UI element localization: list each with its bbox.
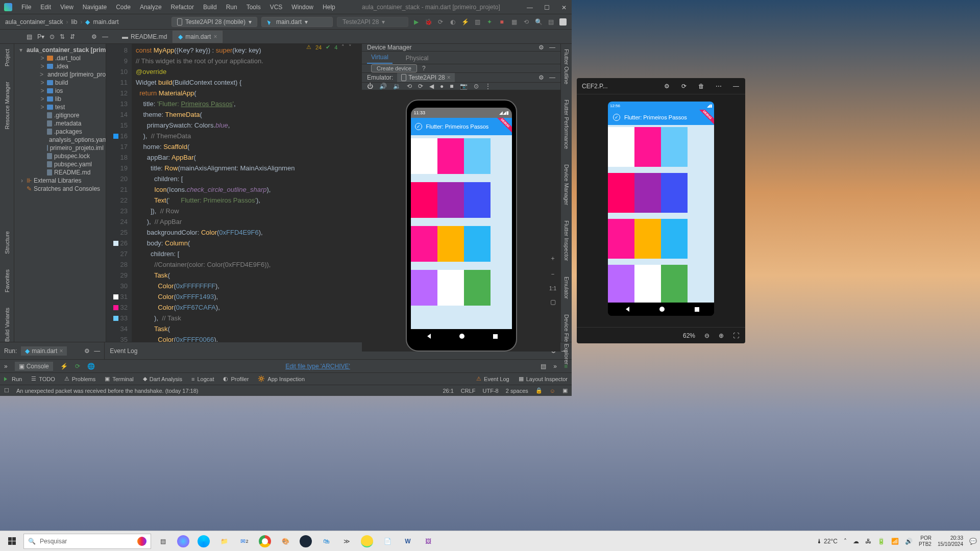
nav-overview-icon[interactable]	[493, 334, 498, 339]
help-icon[interactable]: ?	[422, 65, 426, 72]
reload-icon[interactable]: ⟳	[680, 82, 688, 90]
left-tab-project[interactable]: Project	[4, 49, 10, 66]
menu-vcs[interactable]: VCS	[270, 4, 283, 11]
right-tab-device-manager[interactable]: Device Manager	[564, 164, 570, 205]
menu-tools[interactable]: Tools	[247, 4, 261, 11]
layout-icon[interactable]: ▦	[510, 18, 518, 26]
tray-chevron-icon[interactable]: ˄	[844, 538, 847, 545]
fullscreen-icon[interactable]: ⛶	[733, 332, 739, 339]
restart-icon[interactable]: ⟳	[75, 363, 80, 370]
zoom-out-icon[interactable]: ⊖	[704, 332, 709, 339]
copilot-icon[interactable]	[137, 537, 146, 546]
create-device-button[interactable]: Create device	[371, 64, 417, 72]
tool-layout-inspector[interactable]: ▦Layout Inspector	[519, 375, 568, 382]
menu-file[interactable]: File	[21, 4, 31, 11]
start-button[interactable]	[3, 533, 20, 549]
menu-help[interactable]: Help	[323, 4, 335, 11]
tab-close-icon[interactable]: ×	[447, 74, 451, 81]
tab-close-icon[interactable]: ×	[59, 347, 63, 355]
tree-item[interactable]: analysis_options.yaml	[14, 136, 106, 144]
chevron-right-icon[interactable]: >	[40, 55, 45, 62]
overview-icon[interactable]: ■	[450, 83, 453, 90]
right-tab-flutter-outline[interactable]: Flutter Outline	[564, 49, 570, 84]
collapse-icon[interactable]: ⇵	[70, 33, 75, 40]
close-icon[interactable]: ✕	[561, 4, 568, 10]
tab-close-icon[interactable]: ×	[213, 33, 217, 40]
right-tab-flutter-performance[interactable]: Flutter Performance	[564, 99, 570, 149]
gear-icon[interactable]: ⚙	[538, 74, 544, 81]
volume-up-icon[interactable]: 🔊	[379, 83, 387, 90]
mail-icon[interactable]: ✉2	[236, 533, 253, 550]
taskbar-language[interactable]: PORPTB2	[919, 535, 932, 547]
gear-icon[interactable]: ⚙	[91, 33, 97, 40]
attach-icon[interactable]: ▥	[474, 18, 481, 26]
console-tab[interactable]: ▣ Console	[15, 362, 53, 371]
code-editor[interactable]: 8910111213141516171819202122232425262728…	[106, 44, 361, 342]
run-tab[interactable]: ◆ main.dart ×	[21, 346, 67, 356]
tree-item[interactable]: pubspec.lock	[14, 152, 106, 160]
tool-run[interactable]: Run	[4, 376, 22, 382]
zoom-in-icon[interactable]: ＋	[550, 254, 556, 263]
wrap-icon[interactable]: ▤	[541, 363, 546, 370]
bluetooth-icon[interactable]: 🖧	[865, 538, 871, 545]
tree-item[interactable]: pubspec.yaml	[14, 160, 106, 168]
chevrons-icon[interactable]: »	[553, 363, 557, 370]
chevron-right-icon[interactable]: ›	[19, 177, 24, 184]
screenshot-icon[interactable]: 📷	[460, 83, 468, 90]
tree-external-libraries[interactable]: › ⊪ External Libraries	[14, 177, 106, 185]
left-tab-structure[interactable]: Structure	[4, 231, 10, 254]
chevron-right-icon[interactable]: >	[40, 71, 43, 78]
chevron-right-icon[interactable]: >	[40, 63, 45, 70]
search-icon[interactable]: 🔍	[535, 18, 542, 26]
tool-todo[interactable]: ☰TODO	[31, 375, 55, 382]
run-config-selector[interactable]: main.dart ▾	[261, 17, 333, 27]
zoom-fit-icon[interactable]: 1:1	[549, 286, 556, 291]
tree-item[interactable]: primeiro_projeto.iml	[14, 144, 106, 152]
crumb-project[interactable]: aula_container_stack	[5, 18, 63, 26]
left-tab-resource-manager[interactable]: Resource Manager	[4, 82, 10, 130]
chevron-right-icon[interactable]: >	[40, 79, 45, 86]
tool-event-log[interactable]: ⚠Event Log	[476, 375, 509, 382]
left-tab-favorites[interactable]: Favorites	[4, 269, 10, 292]
file-encoding[interactable]: UTF-8	[483, 388, 499, 394]
vscode-icon[interactable]: ≫	[338, 533, 355, 550]
stop-icon[interactable]: ■	[498, 18, 505, 26]
tree-item[interactable]: .packages	[14, 128, 106, 136]
menu-view[interactable]: View	[60, 4, 74, 11]
project-tree[interactable]: ▾ aula_container_stack [prime >.dart_too…	[14, 44, 106, 342]
menu-refactor[interactable]: Refactor	[171, 4, 194, 11]
tree-item[interactable]: >.dart_tool	[14, 54, 106, 62]
chevron-down-icon[interactable]: ▾	[19, 46, 22, 54]
emulator-viewport[interactable]: 11:33 ◢◢▮ ✓ Flutter: Primeiros Passos	[362, 90, 560, 352]
task-view-icon[interactable]: ▤	[154, 533, 172, 550]
emulator-tab[interactable]: Teste2API 28 ×	[397, 73, 454, 82]
rotate-left-icon[interactable]: ⟲	[407, 83, 412, 90]
right-tab-device-file-explorer[interactable]: Device File Explorer	[564, 314, 570, 364]
chevron-down-icon[interactable]: ˅	[349, 44, 352, 51]
menu-edit[interactable]: Edit	[40, 4, 51, 11]
steam-icon[interactable]	[297, 533, 314, 550]
onedrive-icon[interactable]: ☁	[853, 538, 859, 545]
indent-settings[interactable]: 2 spaces	[506, 388, 528, 394]
nav-home-icon[interactable]	[659, 307, 665, 312]
battery-icon[interactable]: 🔋	[877, 538, 885, 545]
tree-root[interactable]: ▾ aula_container_stack [prime	[14, 46, 106, 54]
tool-profiler[interactable]: ◐Profiler	[223, 375, 249, 382]
nav-overview-icon[interactable]	[695, 307, 699, 312]
taskbar-search[interactable]: 🔍 Pesquisar	[23, 534, 151, 549]
hide-icon[interactable]: —	[102, 33, 108, 40]
settings-icon[interactable]: ▤	[547, 18, 554, 26]
hide-icon[interactable]: —	[549, 44, 555, 51]
coverage-icon[interactable]: ⟳	[437, 18, 444, 26]
globe-icon[interactable]: 🌐	[87, 363, 95, 370]
power-icon[interactable]: ⏻	[367, 83, 373, 90]
right-tab-emulator[interactable]: Emulator	[564, 277, 570, 299]
notifications-icon[interactable]: 💬	[969, 538, 977, 545]
menu-build[interactable]: Build	[203, 4, 217, 11]
tree-item[interactable]: README.md	[14, 168, 106, 177]
nav-home-icon[interactable]	[459, 334, 464, 339]
debug-icon[interactable]: 🐞	[425, 18, 432, 26]
paint-icon[interactable]: 🎨	[277, 533, 294, 550]
tree-item[interactable]: >ios	[14, 87, 106, 95]
volume-icon[interactable]: 🔊	[905, 538, 913, 545]
